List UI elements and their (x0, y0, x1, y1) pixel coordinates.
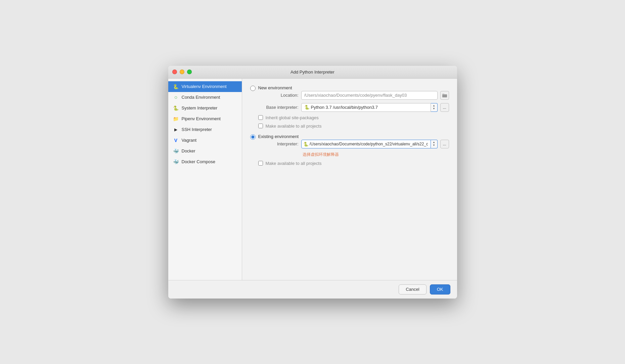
interpreter-more-button[interactable]: ... (440, 140, 449, 148)
existing-env-radio[interactable] (250, 134, 256, 140)
interpreter-python-icon: 🐍 (303, 141, 309, 146)
virtualenv-icon: 🐍 (173, 84, 179, 90)
python-icon: 🐍 (304, 105, 310, 110)
base-interpreter-wrap: 🐍 Python 3.7 /usr/local/bin/python3.7 ▲ … (301, 103, 438, 112)
new-env-label: New environment (258, 85, 292, 90)
base-interpreter-label: Base interpreter: (258, 105, 299, 110)
maximize-button[interactable] (187, 70, 192, 74)
sidebar: 🐍 Virtualenv Environment ○ Conda Environ… (168, 79, 242, 280)
available-existing-label: Make available to all projects (266, 161, 322, 166)
interpreter-input-wrap: 🐍 ▲ ▼ (301, 140, 438, 148)
dialog-footer: Cancel OK (168, 280, 457, 299)
available-existing-checkbox[interactable] (258, 161, 263, 166)
existing-environment-section: Existing environment Interpreter: 🐍 ▲ (250, 134, 449, 166)
existing-env-label: Existing environment (258, 134, 299, 139)
dialog-body: 🐍 Virtualenv Environment ○ Conda Environ… (168, 79, 457, 280)
docker-icon: 🐳 (173, 148, 179, 154)
base-interpreter-more-button[interactable]: ... (440, 103, 449, 112)
sidebar-item-label-docker-compose: Docker Compose (182, 159, 215, 164)
location-row: Location: (258, 91, 449, 100)
dialog-title: Add Python Interpreter (291, 70, 334, 75)
base-interpreter-display[interactable]: 🐍 Python 3.7 /usr/local/bin/python3.7 (301, 103, 431, 112)
inherit-checkbox-row: Inherit global site-packages (258, 115, 449, 120)
cancel-button[interactable]: Cancel (399, 284, 426, 294)
new-env-radio[interactable] (250, 86, 256, 91)
sidebar-item-label-docker: Docker (182, 148, 195, 153)
system-icon: 🐍 (173, 105, 179, 111)
existing-env-radio-row: Existing environment (250, 134, 449, 140)
base-interpreter-row: Base interpreter: 🐍 Python 3.7 /usr/loca… (258, 103, 449, 112)
interpreter-hint: 选择虚拟环境解释器 (303, 152, 449, 157)
inherit-label: Inherit global site-packages (266, 115, 319, 120)
pipenv-icon: 📁 (173, 116, 179, 122)
environment-options: New environment Location: Base interpret… (250, 85, 449, 166)
interp-spin-up-icon: ▲ (433, 141, 435, 144)
ok-button[interactable]: OK (430, 284, 450, 294)
window-controls (172, 70, 192, 74)
available-new-checkbox[interactable] (258, 124, 263, 128)
sidebar-item-label-virtualenv: Virtualenv Environment (182, 84, 227, 89)
available-new-label: Make available to all projects (266, 124, 322, 129)
sidebar-item-virtualenv[interactable]: 🐍 Virtualenv Environment (168, 81, 242, 92)
ssh-icon: ▶ (173, 127, 179, 133)
interpreter-row: Interpreter: 🐍 ▲ ▼ (258, 140, 449, 148)
docker-compose-icon: 🐳 (173, 159, 179, 165)
spin-down-icon: ▼ (433, 107, 435, 110)
location-browse-button[interactable] (440, 91, 449, 100)
interpreter-label: Interpreter: (258, 141, 299, 146)
location-input[interactable] (301, 91, 438, 100)
sidebar-item-pipenv[interactable]: 📁 Pipenv Environment (168, 113, 242, 124)
existing-env-content: Interpreter: 🐍 ▲ ▼ (258, 140, 449, 166)
new-environment-section: New environment Location: Base interpret… (250, 85, 449, 129)
titlebar: Add Python Interpreter (168, 66, 457, 79)
sidebar-item-label-system: System Interpreter (182, 105, 218, 110)
sidebar-item-label-conda: Conda Environment (182, 95, 220, 100)
vagrant-icon: V (173, 137, 179, 143)
sidebar-item-docker[interactable]: 🐳 Docker (168, 146, 242, 156)
interp-spin-down-icon: ▼ (433, 144, 435, 147)
available-new-checkbox-row: Make available to all projects (258, 124, 449, 129)
sidebar-item-system[interactable]: 🐍 System Interpreter (168, 103, 242, 113)
conda-icon: ○ (173, 94, 179, 100)
minimize-button[interactable] (180, 70, 184, 74)
svg-rect-0 (442, 94, 447, 97)
new-env-radio-row: New environment (250, 85, 449, 91)
sidebar-item-vagrant[interactable]: V Vagrant (168, 135, 242, 146)
base-interpreter-value: Python 3.7 /usr/local/bin/python3.7 (311, 105, 378, 110)
sidebar-item-label-ssh: SSH Interpreter (182, 127, 212, 132)
interpreter-spinner[interactable]: ▲ ▼ (431, 140, 438, 148)
inherit-checkbox[interactable] (258, 115, 263, 120)
spin-up-icon: ▲ (433, 104, 435, 107)
add-python-interpreter-dialog: Add Python Interpreter 🐍 Virtualenv Envi… (168, 66, 457, 299)
svg-rect-1 (442, 94, 444, 95)
sidebar-item-ssh[interactable]: ▶ SSH Interpreter (168, 124, 242, 135)
close-button[interactable] (172, 70, 177, 74)
base-interpreter-spinner[interactable]: ▲ ▼ (431, 103, 438, 112)
sidebar-item-label-pipenv: Pipenv Environment (182, 116, 221, 121)
main-content: New environment Location: Base interpret… (242, 79, 457, 280)
location-label: Location: (258, 93, 299, 98)
interpreter-field: 🐍 ▲ ▼ (301, 140, 438, 148)
new-env-content: Location: Base interpreter: 🐍 (258, 91, 449, 129)
sidebar-item-docker-compose[interactable]: 🐳 Docker Compose (168, 156, 242, 167)
sidebar-item-label-vagrant: Vagrant (182, 138, 197, 143)
available-existing-checkbox-row: Make available to all projects (258, 161, 449, 166)
sidebar-item-conda[interactable]: ○ Conda Environment (168, 92, 242, 103)
interpreter-input[interactable] (301, 140, 431, 148)
